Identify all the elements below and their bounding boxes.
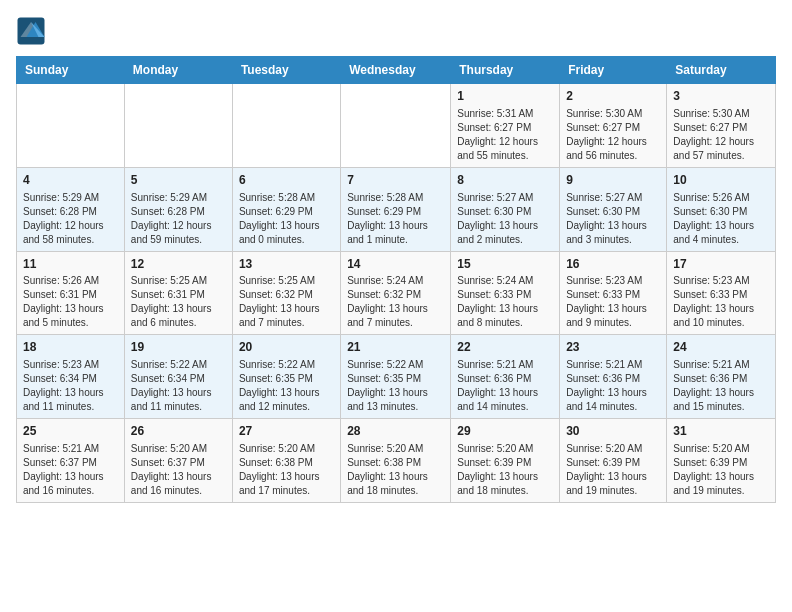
calendar-cell: 2Sunrise: 5:30 AM Sunset: 6:27 PM Daylig… [560, 84, 667, 168]
calendar-cell: 3Sunrise: 5:30 AM Sunset: 6:27 PM Daylig… [667, 84, 776, 168]
calendar-week-row: 11Sunrise: 5:26 AM Sunset: 6:31 PM Dayli… [17, 251, 776, 335]
day-info: Sunrise: 5:24 AM Sunset: 6:32 PM Dayligh… [347, 274, 444, 330]
day-number: 26 [131, 423, 226, 440]
calendar-cell: 15Sunrise: 5:24 AM Sunset: 6:33 PM Dayli… [451, 251, 560, 335]
weekday-header: Tuesday [232, 57, 340, 84]
day-number: 1 [457, 88, 553, 105]
calendar-cell: 20Sunrise: 5:22 AM Sunset: 6:35 PM Dayli… [232, 335, 340, 419]
calendar-cell: 12Sunrise: 5:25 AM Sunset: 6:31 PM Dayli… [124, 251, 232, 335]
day-number: 20 [239, 339, 334, 356]
calendar-cell: 8Sunrise: 5:27 AM Sunset: 6:30 PM Daylig… [451, 167, 560, 251]
calendar-week-row: 1Sunrise: 5:31 AM Sunset: 6:27 PM Daylig… [17, 84, 776, 168]
day-info: Sunrise: 5:29 AM Sunset: 6:28 PM Dayligh… [131, 191, 226, 247]
day-number: 12 [131, 256, 226, 273]
day-number: 5 [131, 172, 226, 189]
calendar-cell: 10Sunrise: 5:26 AM Sunset: 6:30 PM Dayli… [667, 167, 776, 251]
day-info: Sunrise: 5:22 AM Sunset: 6:35 PM Dayligh… [347, 358, 444, 414]
day-info: Sunrise: 5:28 AM Sunset: 6:29 PM Dayligh… [239, 191, 334, 247]
day-info: Sunrise: 5:20 AM Sunset: 6:39 PM Dayligh… [457, 442, 553, 498]
day-number: 18 [23, 339, 118, 356]
day-number: 16 [566, 256, 660, 273]
day-number: 10 [673, 172, 769, 189]
day-number: 9 [566, 172, 660, 189]
calendar-cell: 14Sunrise: 5:24 AM Sunset: 6:32 PM Dayli… [341, 251, 451, 335]
day-info: Sunrise: 5:31 AM Sunset: 6:27 PM Dayligh… [457, 107, 553, 163]
calendar-cell: 17Sunrise: 5:23 AM Sunset: 6:33 PM Dayli… [667, 251, 776, 335]
calendar-week-row: 18Sunrise: 5:23 AM Sunset: 6:34 PM Dayli… [17, 335, 776, 419]
day-info: Sunrise: 5:27 AM Sunset: 6:30 PM Dayligh… [457, 191, 553, 247]
day-number: 19 [131, 339, 226, 356]
calendar-cell [232, 84, 340, 168]
day-info: Sunrise: 5:25 AM Sunset: 6:32 PM Dayligh… [239, 274, 334, 330]
day-info: Sunrise: 5:29 AM Sunset: 6:28 PM Dayligh… [23, 191, 118, 247]
calendar-cell: 16Sunrise: 5:23 AM Sunset: 6:33 PM Dayli… [560, 251, 667, 335]
day-number: 6 [239, 172, 334, 189]
calendar-cell: 19Sunrise: 5:22 AM Sunset: 6:34 PM Dayli… [124, 335, 232, 419]
day-number: 4 [23, 172, 118, 189]
page-header [16, 16, 776, 46]
day-number: 17 [673, 256, 769, 273]
calendar-cell: 1Sunrise: 5:31 AM Sunset: 6:27 PM Daylig… [451, 84, 560, 168]
day-number: 28 [347, 423, 444, 440]
calendar-cell: 23Sunrise: 5:21 AM Sunset: 6:36 PM Dayli… [560, 335, 667, 419]
calendar-cell: 30Sunrise: 5:20 AM Sunset: 6:39 PM Dayli… [560, 419, 667, 503]
calendar-cell: 9Sunrise: 5:27 AM Sunset: 6:30 PM Daylig… [560, 167, 667, 251]
day-info: Sunrise: 5:23 AM Sunset: 6:33 PM Dayligh… [566, 274, 660, 330]
calendar-cell: 18Sunrise: 5:23 AM Sunset: 6:34 PM Dayli… [17, 335, 125, 419]
calendar-cell [124, 84, 232, 168]
day-info: Sunrise: 5:30 AM Sunset: 6:27 PM Dayligh… [566, 107, 660, 163]
calendar-cell: 31Sunrise: 5:20 AM Sunset: 6:39 PM Dayli… [667, 419, 776, 503]
day-number: 29 [457, 423, 553, 440]
day-info: Sunrise: 5:27 AM Sunset: 6:30 PM Dayligh… [566, 191, 660, 247]
weekday-header: Wednesday [341, 57, 451, 84]
day-info: Sunrise: 5:20 AM Sunset: 6:38 PM Dayligh… [347, 442, 444, 498]
day-info: Sunrise: 5:22 AM Sunset: 6:34 PM Dayligh… [131, 358, 226, 414]
day-number: 3 [673, 88, 769, 105]
day-number: 2 [566, 88, 660, 105]
calendar-cell [341, 84, 451, 168]
calendar-week-row: 4Sunrise: 5:29 AM Sunset: 6:28 PM Daylig… [17, 167, 776, 251]
day-number: 8 [457, 172, 553, 189]
calendar-cell: 28Sunrise: 5:20 AM Sunset: 6:38 PM Dayli… [341, 419, 451, 503]
calendar-cell: 6Sunrise: 5:28 AM Sunset: 6:29 PM Daylig… [232, 167, 340, 251]
calendar-cell: 13Sunrise: 5:25 AM Sunset: 6:32 PM Dayli… [232, 251, 340, 335]
calendar-cell: 4Sunrise: 5:29 AM Sunset: 6:28 PM Daylig… [17, 167, 125, 251]
day-info: Sunrise: 5:24 AM Sunset: 6:33 PM Dayligh… [457, 274, 553, 330]
day-number: 23 [566, 339, 660, 356]
calendar-cell: 27Sunrise: 5:20 AM Sunset: 6:38 PM Dayli… [232, 419, 340, 503]
weekday-header: Thursday [451, 57, 560, 84]
day-info: Sunrise: 5:28 AM Sunset: 6:29 PM Dayligh… [347, 191, 444, 247]
day-info: Sunrise: 5:26 AM Sunset: 6:31 PM Dayligh… [23, 274, 118, 330]
day-info: Sunrise: 5:20 AM Sunset: 6:39 PM Dayligh… [566, 442, 660, 498]
calendar-header-row: SundayMondayTuesdayWednesdayThursdayFrid… [17, 57, 776, 84]
day-number: 21 [347, 339, 444, 356]
day-number: 7 [347, 172, 444, 189]
calendar-cell: 25Sunrise: 5:21 AM Sunset: 6:37 PM Dayli… [17, 419, 125, 503]
calendar-cell: 11Sunrise: 5:26 AM Sunset: 6:31 PM Dayli… [17, 251, 125, 335]
day-number: 14 [347, 256, 444, 273]
day-info: Sunrise: 5:20 AM Sunset: 6:38 PM Dayligh… [239, 442, 334, 498]
logo [16, 16, 50, 46]
day-info: Sunrise: 5:21 AM Sunset: 6:36 PM Dayligh… [673, 358, 769, 414]
day-info: Sunrise: 5:23 AM Sunset: 6:33 PM Dayligh… [673, 274, 769, 330]
weekday-header: Sunday [17, 57, 125, 84]
calendar-cell: 7Sunrise: 5:28 AM Sunset: 6:29 PM Daylig… [341, 167, 451, 251]
day-number: 27 [239, 423, 334, 440]
weekday-header: Monday [124, 57, 232, 84]
day-info: Sunrise: 5:21 AM Sunset: 6:36 PM Dayligh… [566, 358, 660, 414]
calendar-cell: 22Sunrise: 5:21 AM Sunset: 6:36 PM Dayli… [451, 335, 560, 419]
day-info: Sunrise: 5:22 AM Sunset: 6:35 PM Dayligh… [239, 358, 334, 414]
day-info: Sunrise: 5:21 AM Sunset: 6:36 PM Dayligh… [457, 358, 553, 414]
logo-icon [16, 16, 46, 46]
calendar-cell [17, 84, 125, 168]
day-number: 25 [23, 423, 118, 440]
day-info: Sunrise: 5:25 AM Sunset: 6:31 PM Dayligh… [131, 274, 226, 330]
calendar-cell: 26Sunrise: 5:20 AM Sunset: 6:37 PM Dayli… [124, 419, 232, 503]
day-info: Sunrise: 5:26 AM Sunset: 6:30 PM Dayligh… [673, 191, 769, 247]
calendar-cell: 5Sunrise: 5:29 AM Sunset: 6:28 PM Daylig… [124, 167, 232, 251]
weekday-header: Friday [560, 57, 667, 84]
calendar-cell: 29Sunrise: 5:20 AM Sunset: 6:39 PM Dayli… [451, 419, 560, 503]
day-info: Sunrise: 5:20 AM Sunset: 6:37 PM Dayligh… [131, 442, 226, 498]
weekday-header: Saturday [667, 57, 776, 84]
day-number: 13 [239, 256, 334, 273]
